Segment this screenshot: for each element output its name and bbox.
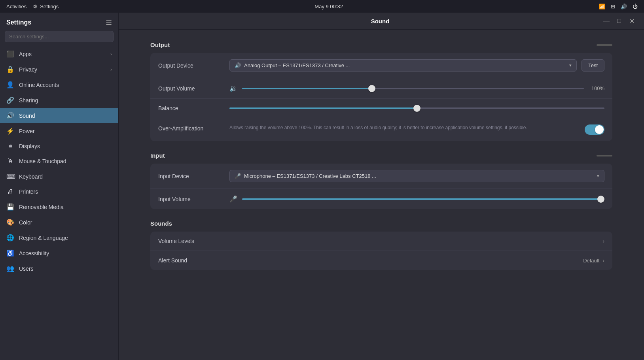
sidebar-item-label: Printers (19, 188, 112, 195)
output-device-dropdown[interactable]: 🔊 Analog Output – ES1371/ES1373 / Creati… (229, 59, 577, 72)
slider-thumb[interactable] (368, 85, 375, 92)
sidebar-item-displays[interactable]: 🖥 Displays (0, 139, 118, 154)
hamburger-icon[interactable]: ☰ (106, 18, 112, 27)
sounds-card: Volume Levels › Alert Sound Default › (150, 232, 612, 270)
sidebar-item-privacy[interactable]: 🔒 Privacy › (0, 62, 118, 77)
balance-slider-thumb[interactable] (413, 105, 420, 112)
input-volume-content: 🎤 (229, 195, 604, 203)
sidebar-item-label: Sound (19, 113, 112, 119)
page-title: Sound (158, 18, 602, 25)
power-icon: ⚡ (6, 127, 14, 135)
sidebar-item-removable-media[interactable]: 💾 Removable Media (0, 199, 118, 215)
sidebar-item-users[interactable]: 👥 Users (0, 261, 118, 276)
test-button[interactable]: Test (581, 59, 604, 72)
sidebar-item-label: Sharing (19, 97, 112, 104)
sidebar-item-sound[interactable]: 🔊 Sound (0, 108, 118, 123)
input-device-dropdown[interactable]: 🎤 Microphone – ES1371/ES1373 / Creative … (229, 170, 604, 182)
input-device-content: 🎤 Microphone – ES1371/ES1373 / Creative … (229, 170, 604, 182)
search-input[interactable] (5, 31, 114, 42)
sidebar-item-label: Online Accounts (19, 82, 112, 88)
sound-icon: 🔊 (6, 112, 14, 119)
output-device-row: Output Device 🔊 Analog Output – ES1371/E… (150, 53, 612, 78)
sounds-section-title: Sounds (150, 220, 172, 227)
activities-button[interactable]: Activities (6, 4, 27, 9)
over-amplification-content: Allows raising the volume above 100%. Th… (229, 124, 578, 131)
over-amplification-description: Allows raising the volume above 100%. Th… (229, 124, 527, 131)
sidebar-item-online-accounts[interactable]: 👤 Online Accounts (0, 77, 118, 92)
sidebar-item-keyboard[interactable]: ⌨ Keyboard (0, 169, 118, 184)
output-card: Output Device 🔊 Analog Output – ES1371/E… (150, 53, 612, 141)
keyboard-icon: ⌨ (6, 173, 14, 180)
output-device-icon: 🔊 (235, 62, 241, 68)
content-titlebar: Sound — □ ✕ (119, 13, 644, 30)
over-amplification-toggle[interactable] (585, 124, 604, 135)
content-area: Sound — □ ✕ Output Output Device 🔊 (119, 13, 644, 360)
balance-slider[interactable] (229, 107, 604, 109)
balance-slider-track (229, 107, 604, 109)
sidebar-title: Settings (6, 19, 31, 26)
sidebar-item-mouse-touchpad[interactable]: 🖱 Mouse & Touchpad (0, 154, 118, 169)
layout-icon: ⊞ (611, 4, 615, 9)
sidebar-header: Settings ☰ (0, 13, 118, 31)
privacy-icon: 🔒 (6, 66, 14, 73)
sidebar-item-color[interactable]: 🎨 Color (0, 215, 118, 230)
input-slider-fill (242, 198, 601, 200)
input-card: Input Device 🎤 Microphone – ES1371/ES137… (150, 164, 612, 209)
apps-icon: ⬛ (6, 50, 14, 58)
slider-track (242, 88, 584, 89)
sidebar-search-row[interactable] (0, 31, 118, 46)
sidebar-item-label: Privacy (19, 66, 106, 73)
settings-app-label: ⚙ Settings (33, 4, 59, 9)
sidebar-item-label: Apps (19, 51, 106, 57)
sidebar-item-label: Mouse & Touchpad (19, 158, 112, 164)
sidebar-item-accessibility[interactable]: ♿ Accessibility (0, 245, 118, 261)
balance-row: Balance (150, 99, 612, 118)
window-controls: — □ ✕ (602, 17, 636, 25)
chevron-down-icon: ▾ (597, 173, 599, 179)
accessibility-icon: ♿ (6, 249, 14, 257)
volume-levels-label: Volume Levels (158, 238, 602, 244)
maximize-button[interactable]: □ (615, 17, 623, 25)
input-device-row: Input Device 🎤 Microphone – ES1371/ES137… (150, 164, 612, 189)
sidebar-item-sharing[interactable]: 🔗 Sharing (0, 92, 118, 108)
input-volume-slider[interactable] (242, 198, 604, 200)
sidebar-item-apps[interactable]: ⬛ Apps › (0, 46, 118, 62)
alert-sound-row[interactable]: Alert Sound Default › (150, 251, 612, 270)
gear-icon: ⚙ (33, 4, 38, 9)
sidebar-item-region-language[interactable]: 🌐 Region & Language (0, 230, 118, 245)
sidebar-item-label: Region & Language (19, 235, 112, 241)
sidebar-item-label: Keyboard (19, 173, 112, 180)
volume-status-icon: 🔊 (621, 4, 627, 9)
sharing-icon: 🔗 (6, 96, 14, 104)
chevron-right-icon: › (602, 238, 604, 244)
over-amplification-label: Over-Amplification (158, 124, 229, 132)
sidebar-item-printers[interactable]: 🖨 Printers (0, 184, 118, 199)
input-slider-track (242, 198, 604, 200)
microphone-volume-icon: 🎤 (229, 195, 237, 203)
alert-sound-value: Default (583, 258, 599, 264)
region-icon: 🌐 (6, 234, 14, 241)
output-section-title: Output (150, 41, 170, 48)
mouse-icon: 🖱 (6, 158, 14, 165)
balance-content (229, 107, 604, 109)
volume-levels-row[interactable]: Volume Levels › (150, 232, 612, 251)
input-volume-row: Input Volume 🎤 (150, 189, 612, 209)
toggle-knob (595, 125, 604, 134)
microphone-icon: 🎤 (235, 173, 241, 179)
output-volume-slider[interactable] (242, 88, 584, 89)
output-device-label: Output Device (158, 62, 229, 69)
input-slider-thumb[interactable] (597, 196, 604, 203)
close-button[interactable]: ✕ (627, 17, 636, 25)
printers-icon: 🖨 (6, 188, 14, 195)
minimize-button[interactable]: — (602, 17, 611, 25)
displays-icon: 🖥 (6, 143, 14, 150)
output-device-value: Analog Output – ES1371/ES1373 / Creative… (244, 62, 566, 68)
output-volume-value: 100% (589, 85, 604, 91)
sidebar-item-label: Removable Media (19, 204, 112, 210)
removable-media-icon: 💾 (6, 203, 14, 211)
output-device-content: 🔊 Analog Output – ES1371/ES1373 / Creati… (229, 59, 604, 72)
input-device-label: Input Device (158, 173, 229, 179)
network-icon: 📶 (599, 4, 605, 9)
input-section-title: Input (150, 152, 165, 159)
sidebar-item-power[interactable]: ⚡ Power (0, 123, 118, 139)
